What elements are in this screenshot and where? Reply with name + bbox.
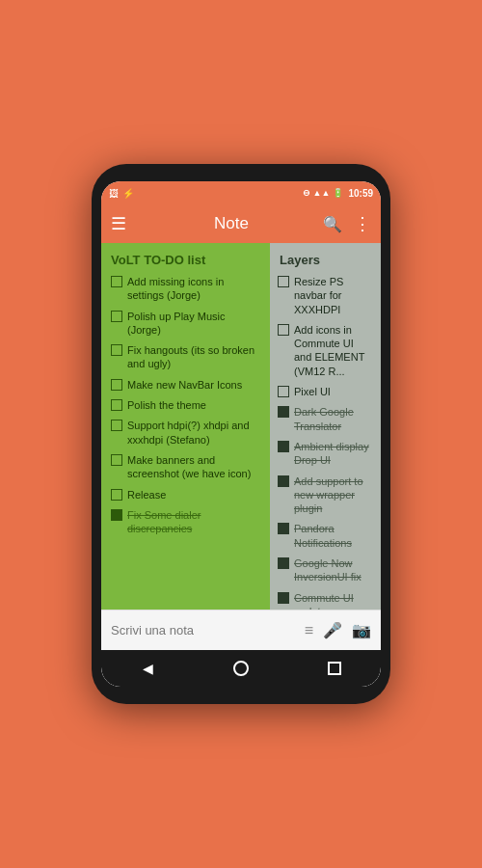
back-button[interactable]: ◀ bbox=[132, 653, 163, 684]
item-text-5: Polish the theme bbox=[127, 398, 206, 412]
right-checkbox-6[interactable] bbox=[278, 475, 289, 487]
checkbox-3[interactable] bbox=[111, 344, 122, 356]
note-input[interactable] bbox=[111, 623, 295, 637]
checkbox-6[interactable] bbox=[111, 420, 122, 431]
more-options-icon[interactable]: ⋮ bbox=[354, 213, 371, 234]
list-icon[interactable]: ≡ bbox=[305, 622, 313, 639]
recents-icon bbox=[328, 662, 341, 675]
nav-bar: ◀ bbox=[101, 650, 381, 687]
mic-icon[interactable]: 🎤 bbox=[323, 621, 342, 639]
right-item-text-9: Commute UI update bbox=[294, 591, 373, 610]
list-item: Resize PS navbar for XXXHDPI bbox=[278, 275, 373, 316]
list-item: Google Now InversionUI fix bbox=[278, 556, 373, 584]
item-text-4: Make new NavBar Icons bbox=[127, 378, 242, 392]
list-item: Add support to new wrapper plugin bbox=[278, 475, 373, 516]
right-checkbox-8[interactable] bbox=[278, 557, 289, 569]
list-item: Dark Google Translator bbox=[278, 405, 373, 433]
right-item-text-4: Dark Google Translator bbox=[294, 405, 373, 433]
checkbox-1[interactable] bbox=[111, 276, 122, 287]
home-button[interactable] bbox=[226, 653, 256, 684]
list-item: Release bbox=[109, 488, 262, 502]
right-item-text-5: Ambient display Drop UI bbox=[294, 440, 373, 468]
right-checkbox-9[interactable] bbox=[278, 592, 289, 604]
right-item-text-6: Add support to new wrapper plugin bbox=[294, 475, 373, 516]
list-item: Polish up Play Music (Jorge) bbox=[109, 310, 262, 338]
item-text-1: Add missing icons in settings (Jorge) bbox=[127, 275, 260, 303]
right-item-text-8: Google Now InversionUI fix bbox=[294, 556, 373, 584]
back-icon: ◀ bbox=[143, 661, 153, 676]
signal-icon: ▲▲ bbox=[313, 188, 331, 198]
menu-icon[interactable]: ☰ bbox=[111, 213, 126, 234]
status-bar-left: 🖼 ⚡ bbox=[109, 188, 134, 199]
checkbox-2[interactable] bbox=[111, 311, 122, 322]
right-panel-title: Layers bbox=[278, 253, 373, 267]
toolbar-actions: 🔍 ⋮ bbox=[323, 213, 371, 234]
item-text-9: Fix Some dialer discrepancies bbox=[127, 508, 260, 536]
list-item: Fix hangouts (its so broken and ugly) bbox=[109, 343, 262, 371]
list-item: Support hdpi(?) xhdpi and xxxhdpi (Stefa… bbox=[109, 419, 262, 447]
recents-button[interactable] bbox=[319, 653, 350, 684]
list-item: Add icons in Commute UI and ELEMENT (VM1… bbox=[278, 323, 373, 378]
list-item: Pandora Notifications bbox=[278, 522, 373, 550]
phone-screen: 🖼 ⚡ ⊖ ▲▲ 🔋 10:59 ☰ Note 🔍 ⋮ VoLT TO-DO bbox=[101, 181, 381, 687]
list-item: Make new NavBar Icons bbox=[109, 378, 262, 392]
item-text-8: Release bbox=[127, 488, 166, 502]
checkbox-8[interactable] bbox=[111, 489, 122, 501]
right-checkbox-3[interactable] bbox=[278, 386, 289, 397]
input-bar: ≡ 🎤 📷 bbox=[101, 610, 381, 650]
right-checkbox-5[interactable] bbox=[278, 441, 289, 452]
checkbox-4[interactable] bbox=[111, 379, 122, 391]
list-item: Ambient display Drop UI bbox=[278, 440, 373, 468]
status-bar-right: ⊖ ▲▲ 🔋 10:59 bbox=[303, 188, 373, 199]
right-checkbox-7[interactable] bbox=[278, 523, 289, 534]
right-item-text-7: Pandora Notifications bbox=[294, 522, 373, 550]
item-text-2: Polish up Play Music (Jorge) bbox=[127, 310, 260, 338]
search-icon[interactable]: 🔍 bbox=[323, 215, 342, 233]
list-item: Pixel UI bbox=[278, 385, 373, 398]
toolbar-title: Note bbox=[140, 214, 323, 233]
checkbox-5[interactable] bbox=[111, 399, 122, 411]
left-panel-title: VoLT TO-DO list bbox=[109, 253, 262, 267]
image-icon: 🖼 bbox=[109, 188, 119, 199]
right-item-text-1: Resize PS navbar for XXXHDPI bbox=[294, 275, 373, 316]
battery-save-icon: ⚡ bbox=[122, 188, 134, 199]
content-area: VoLT TO-DO list Add missing icons in set… bbox=[101, 243, 381, 610]
left-panel: VoLT TO-DO list Add missing icons in set… bbox=[101, 243, 270, 610]
right-checkbox-4[interactable] bbox=[278, 406, 289, 418]
battery-icon: 🔋 bbox=[333, 188, 343, 198]
checkbox-7[interactable] bbox=[111, 454, 122, 466]
list-item: Polish the theme bbox=[109, 398, 262, 412]
toolbar: ☰ Note 🔍 ⋮ bbox=[101, 204, 381, 243]
right-item-text-3: Pixel UI bbox=[294, 385, 331, 398]
right-checkbox-1[interactable] bbox=[278, 276, 289, 287]
item-text-6: Support hdpi(?) xhdpi and xxxhdpi (Stefa… bbox=[127, 419, 260, 447]
list-item: Commute UI update bbox=[278, 591, 373, 610]
time-display: 10:59 bbox=[348, 188, 373, 199]
list-item: Add missing icons in settings (Jorge) bbox=[109, 275, 262, 303]
item-text-3: Fix hangouts (its so broken and ugly) bbox=[127, 343, 260, 371]
phone-device: 🖼 ⚡ ⊖ ▲▲ 🔋 10:59 ☰ Note 🔍 ⋮ VoLT TO-DO bbox=[92, 164, 390, 704]
home-icon bbox=[233, 661, 249, 676]
status-bar: 🖼 ⚡ ⊖ ▲▲ 🔋 10:59 bbox=[101, 181, 381, 204]
right-item-text-2: Add icons in Commute UI and ELEMENT (VM1… bbox=[294, 323, 373, 378]
camera-icon[interactable]: 📷 bbox=[352, 621, 371, 639]
list-item: Fix Some dialer discrepancies bbox=[109, 508, 262, 536]
do-not-disturb-icon: ⊖ bbox=[303, 188, 310, 198]
list-item: Make banners and screenshot (we have ico… bbox=[109, 453, 262, 481]
right-checkbox-2[interactable] bbox=[278, 324, 289, 336]
item-text-7: Make banners and screenshot (we have ico… bbox=[127, 453, 260, 481]
right-panel: Layers Resize PS navbar for XXXHDPI Add … bbox=[270, 243, 381, 610]
checkbox-9[interactable] bbox=[111, 509, 122, 521]
